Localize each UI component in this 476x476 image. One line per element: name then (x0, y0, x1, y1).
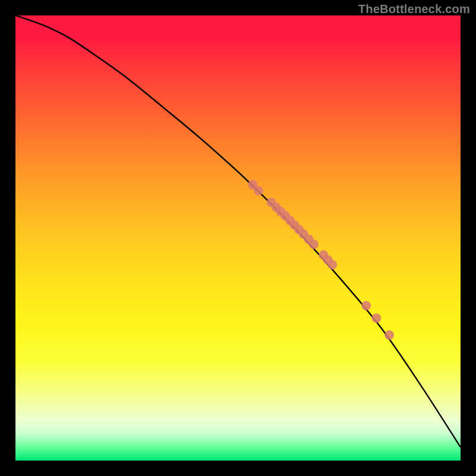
bottleneck-curve (15, 15, 461, 447)
data-point (361, 301, 371, 311)
plot-area (15, 15, 461, 461)
watermark-text: TheBottleneck.com (358, 2, 470, 16)
curve-layer (15, 15, 461, 461)
data-point (328, 260, 337, 270)
chart-frame: TheBottleneck.com (0, 0, 476, 476)
data-point (253, 186, 263, 196)
data-point (309, 239, 318, 249)
data-point (372, 314, 381, 323)
data-point (384, 330, 394, 340)
